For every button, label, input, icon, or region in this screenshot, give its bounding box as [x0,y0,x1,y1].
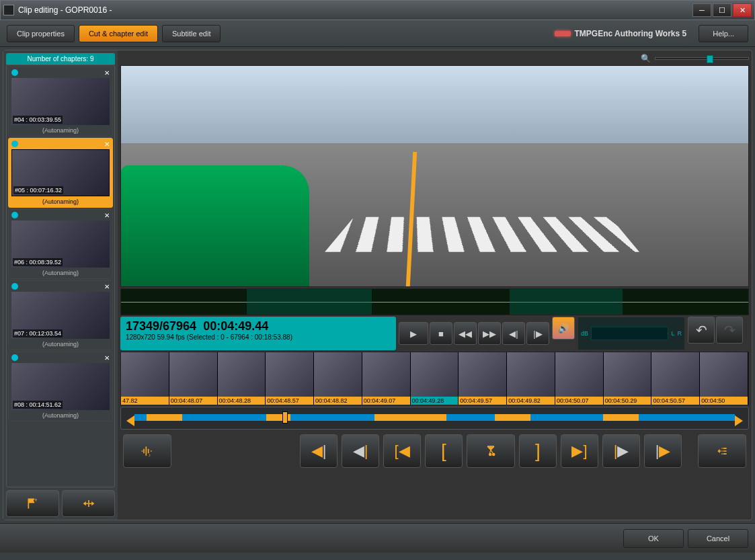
minimize-button[interactable]: ─ [692,3,711,17]
cancel-button[interactable]: Cancel [688,529,748,548]
dialog-footer: OK Cancel [0,523,755,553]
volume-meter: dB L R [578,317,685,350]
chapter-item[interactable]: ✕#08 : 00:14:51.62(Autonaming) [8,352,113,422]
chapter-name: (Autonaming) [10,126,111,134]
svg-point-4 [721,450,723,452]
fast-forward-button[interactable]: ▶▶ [478,322,501,345]
chapter-timecode: #08 : 00:14:51.62 [13,401,63,409]
next-edit-button[interactable]: |▶ [644,434,682,468]
mark-in-button[interactable]: [ [425,434,463,468]
filmstrip-frame[interactable]: 00:04:50.29 [604,352,652,405]
split-arrows-icon [82,497,95,510]
cut-chapter-edit-tab[interactable]: Cut & chapter edit [79,25,158,42]
mark-out-next-button[interactable]: ▶] [561,434,598,468]
filmstrip-frame[interactable]: 00:04:48.07 [169,352,218,405]
out-point-handle[interactable] [735,415,743,426]
chapter-item[interactable]: ✕#04 : 00:03:39.55(Autonaming) [8,67,113,136]
chapter-list[interactable]: ✕#04 : 00:03:39.55(Autonaming)✕#05 : 00:… [6,65,115,487]
svg-text:♪: ♪ [149,452,151,457]
chapter-thumbnail: #05 : 00:07:16.32 [11,149,110,196]
brand-label: TMPGEnc Authoring Works 5 [555,29,687,38]
chapter-timecode: #04 : 00:03:39.55 [13,116,63,124]
chapter-count-label: Number of chapters: 9 [6,53,115,65]
chapter-sidebar: Number of chapters: 9 ✕#04 : 00:03:39.55… [3,50,118,520]
filmstrip-frame[interactable]: 47.82 [121,352,169,405]
mark-in-prev-button[interactable]: [◀ [383,434,421,468]
video-preview[interactable] [120,65,749,287]
filmstrip-timecode: 00:04:49.82 [507,397,555,405]
db-label: dB [581,330,588,337]
rewind-button[interactable]: ◀◀ [454,322,477,345]
remove-chapter-icon[interactable]: ✕ [104,212,110,219]
title-bar: Clip editing - GOPR0016 - ─ ☐ ✕ [0,0,755,20]
filmstrip-frame[interactable]: 00:04:50.57 [651,352,700,405]
filmstrip-frame[interactable]: 00:04:49.07 [362,352,411,405]
audio-toggle-button[interactable]: 🔊 [552,317,575,339]
zoom-icon: 🔍 [641,54,651,63]
prev-frame-button[interactable]: ◀| [342,434,379,468]
clip-properties-tab[interactable]: Clip properties [7,25,75,42]
filmstrip-frame[interactable]: 00:04:48.82 [314,352,362,405]
audio-wave-icon: ♪ [141,444,154,458]
chapter-timecode: #05 : 00:07:16.32 [13,186,63,194]
filmstrip-timecode: 00:04:48.07 [169,397,217,405]
playhead[interactable] [282,411,288,424]
globe-icon [11,141,18,147]
filmstrip-frame[interactable]: 00:04:48.28 [218,352,266,405]
filmstrip-frame[interactable]: 00:04:48.57 [266,352,314,405]
next-frame-button[interactable]: |▶ [602,434,640,468]
chapter-item[interactable]: ✕#06 : 00:08:39.52(Autonaming) [8,209,113,279]
remove-chapter-icon[interactable]: ✕ [104,69,110,77]
audio-waveform[interactable] [120,288,749,315]
flag-plus-icon: + [26,497,40,510]
chapter-thumbnail: #06 : 00:08:39.52 [11,221,110,268]
undo-button[interactable]: ↶ [688,317,715,344]
step-back-button[interactable]: ◀| [502,322,525,345]
channel-r-label: R [678,330,682,337]
filmstrip-timecode: 00:04:50.29 [604,397,651,405]
redo-button[interactable]: ↷ [716,317,743,344]
timeline-track[interactable] [120,407,749,430]
filmstrip-frame[interactable]: 00:04:49.57 [459,352,507,405]
chapter-item[interactable]: ✕#07 : 00:12:03.54(Autonaming) [8,280,113,350]
remove-chapter-icon[interactable]: ✕ [104,283,110,290]
stop-button[interactable]: ■ [430,322,452,345]
chapter-name: (Autonaming) [10,198,111,206]
svg-point-5 [721,453,723,454]
add-chapter-button[interactable]: + [6,490,59,517]
split-chapter-button[interactable] [62,490,115,517]
zoom-slider[interactable] [655,57,749,60]
svg-point-3 [721,448,723,449]
ok-button[interactable]: OK [623,529,684,548]
mark-out-button[interactable]: ] [519,434,557,468]
filmstrip-frame[interactable]: 00:04:50 [700,352,748,405]
chapter-list-button[interactable] [698,434,746,468]
filmstrip-frame[interactable]: 00:04:49.28 [411,352,459,405]
prev-edit-button[interactable]: ◀| [300,434,337,468]
subtitle-edit-tab[interactable]: Subtitle edit [162,25,221,42]
step-forward-button[interactable]: |▶ [526,322,549,345]
remove-chapter-icon[interactable]: ✕ [104,141,110,148]
edit-toolbar: ♪ ◀| ◀| [◀ [ ] ▶] |▶ |▶ [120,431,749,471]
chapter-thumbnail: #07 : 00:12:03.54 [11,292,110,339]
filmstrip[interactable]: 47.8200:04:48.0700:04:48.2800:04:48.5700… [120,352,749,405]
window-title: Clip editing - GOPR0016 - [18,5,692,15]
list-arrow-icon [715,444,729,458]
filmstrip-timecode: 47.82 [121,397,169,405]
svg-rect-1 [88,500,89,507]
maximize-button[interactable]: ☐ [713,3,731,17]
remove-chapter-icon[interactable]: ✕ [104,354,110,362]
cut-button[interactable] [467,434,515,468]
help-button[interactable]: Help... [699,25,748,42]
main-area: Number of chapters: 9 ✕#04 : 00:03:39.55… [3,50,752,520]
play-button[interactable]: ▶ [399,322,428,345]
close-button[interactable]: ✕ [733,3,752,17]
filmstrip-frame[interactable]: 00:04:50.07 [555,352,604,405]
timecode-panel: 17349/67964 00:04:49.44 1280x720 59.94 f… [120,317,396,350]
audio-sync-button[interactable]: ♪ [123,434,171,468]
filmstrip-frame[interactable]: 00:04:49.82 [507,352,555,405]
filmstrip-timecode: 00:04:48.82 [314,397,362,405]
in-point-handle[interactable] [126,415,134,426]
chapter-name: (Autonaming) [10,340,111,348]
chapter-item[interactable]: ✕#05 : 00:07:16.32(Autonaming) [8,138,113,208]
